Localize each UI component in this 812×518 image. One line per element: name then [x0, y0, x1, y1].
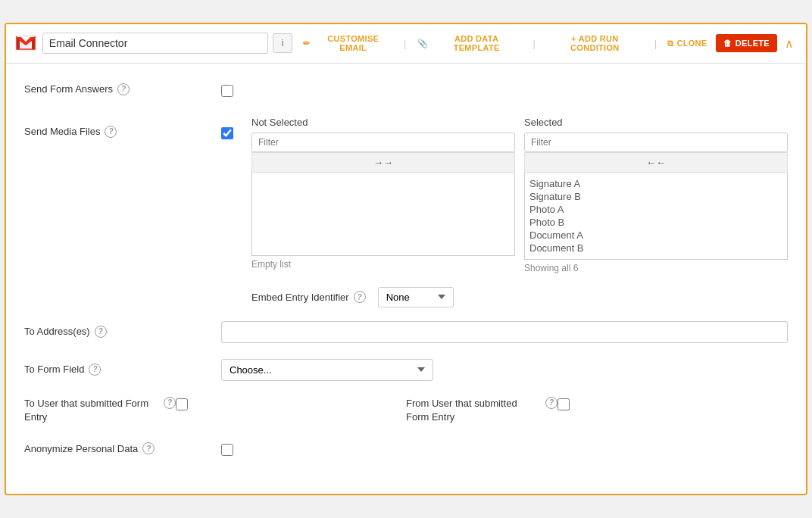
- empty-list-text: Empty list: [251, 259, 515, 270]
- send-media-files-check-col: [221, 117, 251, 142]
- embed-entry-select[interactable]: NoneOption 1Option 2: [378, 287, 454, 307]
- email-connector-card: i ✏ CUSTOMISE EMAIL | 📎 ADD DATA TEMPLAT…: [5, 23, 807, 495]
- not-selected-list: [251, 173, 515, 256]
- to-form-field-select[interactable]: Choose...Field 1Field 2: [221, 359, 433, 381]
- to-address-control: [221, 321, 788, 343]
- anonymize-row: Anonymize Personal Data ?: [24, 438, 788, 462]
- to-address-input[interactable]: [221, 321, 788, 343]
- connector-title-input[interactable]: [42, 33, 268, 54]
- embed-entry-help-icon[interactable]: ?: [354, 291, 366, 303]
- collapse-button[interactable]: ∧: [780, 33, 798, 54]
- embed-entry-label: Embed Entry Identifier ?: [251, 291, 366, 303]
- info-button[interactable]: i: [273, 33, 292, 53]
- list-item[interactable]: Document B: [529, 242, 782, 254]
- send-form-answers-control: [221, 79, 788, 99]
- customise-email-button[interactable]: ✏ CUSTOMISE EMAIL: [297, 30, 399, 57]
- selected-list[interactable]: Signature ASignature BPhoto APhoto BDocu…: [524, 173, 788, 260]
- delete-button[interactable]: 🗑 DELETE: [716, 34, 777, 52]
- send-form-answers-label: Send Form Answers ?: [24, 79, 221, 95]
- from-user-label: From User that submitted Form Entry ?: [406, 397, 557, 424]
- not-selected-panel: Not Selected →→ Empty list: [251, 117, 515, 273]
- pencil-icon: ✏: [303, 39, 310, 48]
- embed-entry-row: Embed Entry Identifier ? NoneOption 1Opt…: [24, 287, 788, 307]
- not-selected-filter[interactable]: [251, 133, 515, 152]
- forward-arrow-button[interactable]: →→: [251, 152, 515, 173]
- selected-panel: Selected ←← Signature ASignature BPhoto …: [524, 117, 788, 273]
- showing-all-text: Showing all 6: [524, 263, 788, 273]
- info-icon: i: [282, 38, 284, 48]
- selected-filter[interactable]: [524, 133, 788, 152]
- to-address-row: To Address(es) ?: [24, 321, 788, 345]
- card-header: i ✏ CUSTOMISE EMAIL | 📎 ADD DATA TEMPLAT…: [6, 24, 806, 64]
- card-body: Send Form Answers ? Send Media Files ?: [6, 64, 806, 494]
- to-user-checkbox[interactable]: [176, 398, 188, 410]
- user-submitted-row: To User that submitted Form Entry ? From…: [24, 397, 788, 424]
- media-files-panels: Not Selected →→ Empty list Selected ←← S…: [251, 117, 788, 273]
- back-arrow-button[interactable]: ←←: [524, 152, 788, 173]
- to-address-label: To Address(es) ?: [24, 321, 221, 338]
- send-form-answers-checkbox[interactable]: [221, 85, 233, 97]
- to-user-label: To User that submitted Form Entry ?: [24, 397, 176, 424]
- list-item[interactable]: Document A: [529, 229, 782, 242]
- list-item[interactable]: Photo B: [529, 216, 782, 229]
- clone-button[interactable]: ⧉ CLONE: [661, 34, 713, 53]
- send-media-files-help-icon[interactable]: ?: [105, 126, 117, 138]
- add-run-condition-button[interactable]: + ADD RUN CONDITION: [540, 30, 650, 57]
- not-selected-header: Not Selected: [251, 117, 515, 128]
- send-form-answers-row: Send Form Answers ?: [24, 79, 788, 103]
- anonymize-control: [221, 438, 788, 458]
- add-data-template-button[interactable]: 📎 ADD DATA TEMPLATE: [411, 30, 529, 57]
- to-user-help-icon[interactable]: ?: [164, 397, 176, 409]
- list-item[interactable]: Signature A: [529, 177, 782, 190]
- send-media-files-label: Send Media Files ?: [24, 117, 221, 138]
- trash-icon: 🗑: [723, 39, 732, 48]
- to-form-field-row: To Form Field ? Choose...Field 1Field 2: [24, 359, 788, 383]
- paperclip-icon: 📎: [417, 39, 428, 48]
- send-media-files-row: Send Media Files ? Not Selected →→ Empty…: [24, 117, 788, 273]
- from-user-col: From User that submitted Form Entry ?: [406, 397, 788, 424]
- from-user-checkbox[interactable]: [557, 398, 570, 410]
- collapse-icon: ∧: [785, 37, 794, 50]
- clone-icon: ⧉: [667, 39, 673, 48]
- to-form-field-label: To Form Field ?: [24, 359, 221, 376]
- gmail-icon: [14, 31, 38, 55]
- from-user-help-icon[interactable]: ?: [545, 397, 557, 409]
- to-address-help-icon[interactable]: ?: [95, 326, 107, 338]
- to-form-field-control: Choose...Field 1Field 2: [221, 359, 788, 381]
- to-form-field-help-icon[interactable]: ?: [89, 364, 101, 376]
- to-user-col: To User that submitted Form Entry ?: [24, 397, 406, 424]
- header-actions: ✏ CUSTOMISE EMAIL | 📎 ADD DATA TEMPLATE …: [297, 30, 798, 57]
- selected-header: Selected: [524, 117, 788, 128]
- send-media-files-checkbox[interactable]: [221, 127, 233, 139]
- send-form-answers-help-icon[interactable]: ?: [117, 83, 130, 95]
- anonymize-help-icon[interactable]: ?: [142, 442, 155, 454]
- list-item[interactable]: Signature B: [529, 190, 782, 203]
- list-item[interactable]: Photo A: [529, 203, 782, 216]
- anonymize-label: Anonymize Personal Data ?: [24, 438, 221, 454]
- anonymize-checkbox[interactable]: [221, 444, 233, 456]
